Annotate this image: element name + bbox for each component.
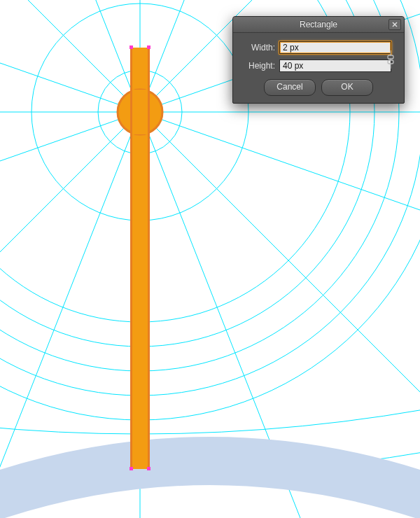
constrain-proportions-button[interactable] (383, 48, 398, 71)
svg-rect-20 (147, 46, 150, 49)
svg-rect-22 (147, 467, 150, 470)
background-wave (0, 437, 420, 518)
width-row: Width: (240, 41, 397, 54)
orange-bar-overlay-fill (132, 90, 148, 134)
rectangle-dialog: Rectangle Width: Height: Cancel (232, 16, 405, 104)
dialog-buttons: Cancel OK (240, 79, 397, 96)
constrain-proportions-icon (384, 49, 398, 70)
dialog-body: Width: Height: Cancel OK (233, 33, 404, 103)
dialog-close-button[interactable] (388, 19, 401, 30)
width-input[interactable] (279, 41, 391, 54)
cancel-button[interactable]: Cancel (264, 79, 316, 96)
svg-rect-19 (130, 46, 133, 49)
close-icon (392, 22, 398, 27)
height-input[interactable] (279, 59, 391, 72)
height-row: Height: (240, 59, 397, 72)
dialog-titlebar[interactable]: Rectangle (233, 17, 404, 33)
width-label: Width: (240, 43, 275, 52)
ok-button[interactable]: OK (321, 79, 373, 96)
svg-rect-21 (130, 467, 133, 470)
height-label: Height: (240, 61, 275, 71)
dialog-title: Rectangle (300, 20, 337, 29)
